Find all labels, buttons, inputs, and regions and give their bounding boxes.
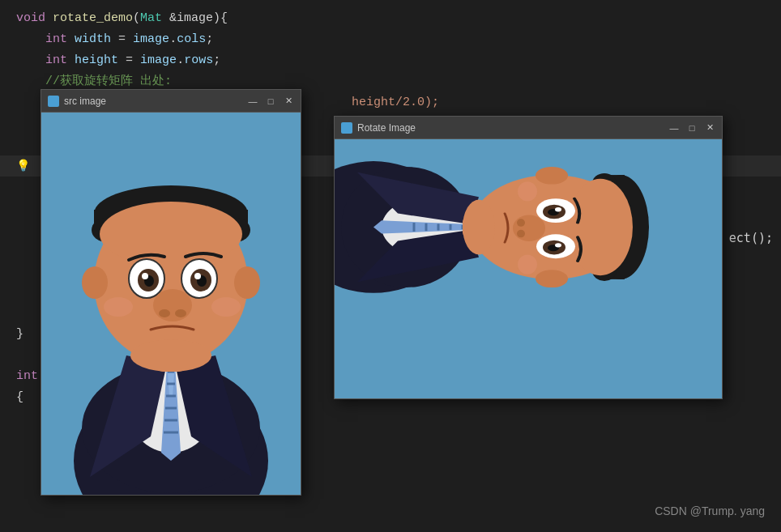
svg-point-31 xyxy=(194,273,201,279)
svg-point-69 xyxy=(517,230,525,237)
src-window-content xyxy=(41,113,301,495)
code-line-1: void rotate_demo(Mat &image){ xyxy=(0,8,781,29)
svg-point-57 xyxy=(536,167,568,185)
rotate-image-canvas xyxy=(335,139,722,398)
rotate-window-titlebar: Rotate Image — □ ✕ xyxy=(335,117,722,139)
watermark: CSDN @Trump. yang xyxy=(655,504,765,517)
rotate-window-content xyxy=(335,139,722,398)
rotate-minimize-button[interactable]: — xyxy=(668,122,680,134)
src-image-canvas xyxy=(41,113,301,495)
svg-point-32 xyxy=(153,289,192,321)
src-window-controls[interactable]: — □ ✕ xyxy=(247,96,294,107)
src-window-title: src image xyxy=(48,96,106,107)
rotate-close-button[interactable]: ✕ xyxy=(704,122,715,134)
svg-point-70 xyxy=(518,181,537,201)
svg-point-34 xyxy=(175,309,186,317)
svg-point-21 xyxy=(234,266,260,299)
svg-point-58 xyxy=(536,270,568,287)
src-image-window: src image — □ ✕ xyxy=(41,89,301,496)
svg-point-68 xyxy=(517,219,525,226)
rotate-window-title-text: Rotate Image xyxy=(357,122,416,134)
watermark-text: CSDN @Trump. yang xyxy=(655,504,765,517)
rotate-window-controls[interactable]: — □ ✕ xyxy=(668,122,715,134)
src-window-title-text: src image xyxy=(64,96,106,107)
rotate-image-window: Rotate Image — □ ✕ xyxy=(334,116,723,399)
svg-point-72 xyxy=(463,200,495,255)
svg-point-35 xyxy=(104,297,133,317)
svg-point-71 xyxy=(518,254,537,274)
rotate-window-title: Rotate Image xyxy=(341,122,416,134)
svg-point-33 xyxy=(159,309,170,317)
src-minimize-button[interactable]: — xyxy=(247,96,258,107)
svg-point-30 xyxy=(142,273,148,279)
svg-point-36 xyxy=(211,297,241,317)
svg-point-67 xyxy=(513,215,545,242)
code-line-2: int width = image.cols; xyxy=(0,29,781,50)
src-window-titlebar: src image — □ ✕ xyxy=(41,90,301,113)
svg-point-37 xyxy=(130,339,211,372)
src-maximize-button[interactable]: □ xyxy=(265,96,276,107)
window-icon xyxy=(48,96,59,107)
src-character-svg xyxy=(41,113,301,495)
src-close-button[interactable]: ✕ xyxy=(283,96,294,107)
svg-point-20 xyxy=(82,266,108,299)
rotate-window-icon xyxy=(341,122,352,134)
svg-point-65 xyxy=(555,207,561,211)
rotate-maximize-button[interactable]: □ xyxy=(686,122,698,134)
code-line-3: int height = image.rows; xyxy=(0,50,781,71)
rotate-character-svg xyxy=(335,139,722,398)
svg-point-66 xyxy=(555,243,561,247)
right-code: ect(); xyxy=(729,231,773,245)
